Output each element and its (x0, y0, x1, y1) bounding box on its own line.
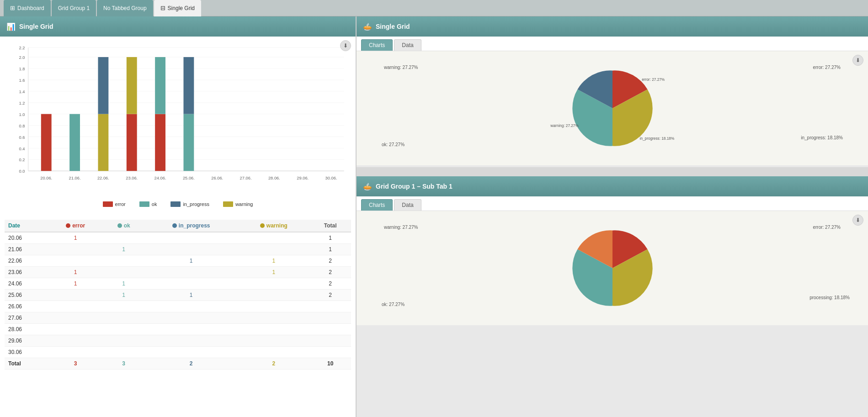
piechart-icon-bottom: 🥧 (363, 182, 372, 191)
nav-tab-singlegrid-label: Single Grid (168, 5, 195, 11)
download-button-top[interactable]: ⬇ (852, 55, 863, 66)
svg-text:28.06.: 28.06. (268, 176, 280, 180)
nav-tab-gridgroup1[interactable]: Grid Group 1 (52, 0, 96, 16)
right-panel: 🥧 Single Grid Charts Data ⬇ (357, 16, 868, 417)
table-cell-inprogress: 1 (144, 290, 238, 301)
chart-legend: error ok in_progress warning (7, 198, 349, 211)
tab-data-bottom[interactable]: Data (394, 199, 421, 211)
data-table: Date error ok (5, 220, 351, 369)
legend-label-error: error (115, 201, 126, 207)
table-cell-date: 20.06 (5, 232, 48, 244)
table-cell-total: 2 (309, 267, 351, 278)
table-cell-inprogress: 1 (144, 255, 238, 267)
table-cell-date: 27.06 (5, 312, 48, 324)
pie-chart-bottom-container: ⬇ error: 27.27% warning: 27.27% ok: 27.2… (357, 211, 868, 325)
label-ok-bottom: ok: 27.27% (382, 302, 405, 307)
table-cell-warning (238, 324, 309, 335)
dot-error (66, 223, 70, 228)
table-cell-total: 2 (309, 278, 351, 290)
download-button[interactable]: ⬇ (340, 40, 351, 51)
svg-text:in_progress: 18.18%: in_progress: 18.18% (639, 137, 674, 141)
table-cell-date: 24.06 (5, 278, 48, 290)
table-cell-ok (103, 347, 144, 358)
piechart-icon-top: 🥧 (363, 22, 372, 31)
table-cell-date: 25.06 (5, 290, 48, 301)
bar-2406-error (155, 114, 165, 171)
table-cell-date: 26.06 (5, 301, 48, 312)
table-cell-ok (103, 255, 144, 267)
svg-text:0.8: 0.8 (19, 124, 25, 128)
dot-ok (117, 223, 122, 228)
nav-tab-dashboard[interactable]: ⊞ Dashboard (4, 0, 51, 16)
barchart-icon: 📊 (6, 22, 16, 31)
svg-text:26.06.: 26.06. (211, 176, 223, 180)
table-cell-total: 1 (309, 232, 351, 244)
table-cell-date: 30.06 (5, 347, 48, 358)
bar-2006-error (41, 114, 52, 171)
legend-error: error (103, 201, 126, 207)
label-error-bottom: error: 27.27% (813, 225, 841, 230)
pie-chart-bottom-svg (548, 218, 676, 318)
left-panel: 📊 Single Grid ⬇ (0, 16, 357, 417)
label-error-top: error: 27.27% (813, 65, 841, 70)
svg-text:1.4: 1.4 (19, 90, 25, 94)
data-table-wrapper: Date error ok (0, 215, 356, 374)
bar-2306-warning (127, 57, 137, 114)
singlegrid-icon: ⊟ (160, 5, 165, 11)
svg-text:1.6: 1.6 (19, 78, 25, 83)
table-cell-error: 1 (48, 232, 103, 244)
right-bottom-title: Grid Group 1 – Sub Tab 1 (376, 183, 453, 190)
nav-tab-singlegrid[interactable]: ⊟ Single Grid (154, 0, 201, 16)
table-cell-date: 22.06 (5, 255, 48, 267)
tab-charts-top[interactable]: Charts (361, 39, 393, 51)
svg-text:error: 27.27%: error: 27.27% (642, 78, 665, 82)
table-cell-error (48, 335, 103, 347)
table-cell-error: 1 (48, 278, 103, 290)
bar-2106-ok (69, 114, 80, 171)
svg-text:25.06.: 25.06. (183, 176, 195, 180)
svg-text:2.2: 2.2 (19, 46, 25, 50)
legend-inprogress: in_progress (170, 201, 209, 207)
table-cell-inprogress (144, 244, 238, 255)
table-cell-error (48, 324, 103, 335)
table-cell-warning (238, 244, 309, 255)
table-cell-ok: 1 (103, 290, 144, 301)
table-cell-total: 10 (309, 358, 351, 369)
col-header-inprogress: in_progress (144, 220, 238, 232)
label-ok-top: ok: 27.27% (382, 142, 405, 147)
divider-right (357, 167, 868, 176)
nav-tab-notabbed-label: No Tabbed Group (103, 5, 147, 11)
nav-tab-gridgroup1-label: Grid Group 1 (58, 5, 90, 11)
col-header-error: error (48, 220, 103, 232)
right-section-gridgroup: 🥧 Grid Group 1 – Sub Tab 1 Charts Data ⬇… (357, 176, 868, 325)
left-panel-header: 📊 Single Grid (0, 16, 356, 37)
table-cell-inprogress: 2 (144, 358, 238, 369)
legend-color-warning (223, 201, 233, 207)
table-cell-ok: 3 (103, 358, 144, 369)
svg-text:0.2: 0.2 (19, 158, 25, 163)
legend-color-inprogress (170, 201, 181, 207)
svg-text:23.06.: 23.06. (126, 176, 138, 180)
right-bottom-header: 🥧 Grid Group 1 – Sub Tab 1 (357, 176, 868, 196)
bar-2406-ok (155, 57, 165, 114)
table-cell-inprogress (144, 335, 238, 347)
table-cell-total (309, 312, 351, 324)
dot-warning-header (260, 223, 265, 228)
table-cell-error (48, 312, 103, 324)
table-cell-inprogress (144, 301, 238, 312)
nav-tab-notabbed[interactable]: No Tabbed Group (97, 0, 153, 16)
bar-2506-ok (183, 114, 194, 171)
tab-charts-bottom[interactable]: Charts (361, 199, 393, 211)
col-header-total: Total (309, 220, 351, 232)
table-cell-error (48, 301, 103, 312)
table-cell-inprogress (144, 312, 238, 324)
table-cell-error: 1 (48, 267, 103, 278)
svg-text:0.0: 0.0 (19, 169, 25, 174)
table-cell-total (309, 324, 351, 335)
table-cell-ok (103, 232, 144, 244)
table-cell-ok (103, 335, 144, 347)
tab-data-top[interactable]: Data (394, 39, 421, 51)
download-button-bottom[interactable]: ⬇ (852, 215, 863, 226)
table-cell-ok (103, 267, 144, 278)
table-cell-total: 2 (309, 290, 351, 301)
